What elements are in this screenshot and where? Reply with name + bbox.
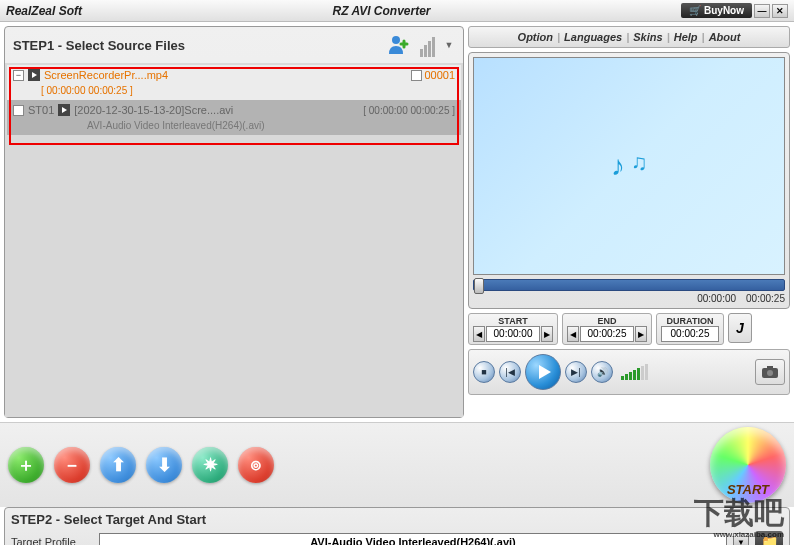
file-1-checkbox[interactable] [411,70,422,81]
close-button[interactable]: ✕ [772,4,788,18]
dropdown-arrow-icon[interactable]: ▼ [443,33,455,57]
snapshot-button[interactable] [755,359,785,385]
profile-settings-button[interactable]: 📁 [755,531,783,545]
end-decrease[interactable]: ◀ [567,326,579,342]
play-icon[interactable] [58,104,70,116]
mark-button[interactable]: J [728,313,752,343]
collapse-icon[interactable]: − [13,70,24,81]
end-label: END [597,316,616,326]
svg-point-3 [767,370,773,376]
volume-button[interactable]: 🔊 [591,361,613,383]
step-forward-button[interactable]: ▶| [565,361,587,383]
minimize-button[interactable]: — [754,4,770,18]
time-current: 00:00:00 [697,293,736,304]
file-1-number: 00001 [424,69,455,81]
buy-now-button[interactable]: 🛒 BuyNow [681,3,752,18]
file-row-1[interactable]: − ScreenRecorderPr....mp4 00001 [7,65,461,85]
file-2-format: AVI-Audio Video Interleaved(H264)(.avi) [7,120,461,135]
music-notes-icon: ♪♫ [611,150,648,182]
effects-button[interactable]: ⊚ [238,447,274,483]
end-value[interactable]: 00:00:25 [580,326,634,342]
step2-title: STEP2 - Select Target And Start [11,512,783,527]
start-decrease[interactable]: ◀ [473,326,485,342]
target-profile-value: AVI-Audio Video Interleaved(H264)(.avi) [310,536,516,545]
video-preview[interactable]: ♪♫ [473,57,785,275]
file-1-name: ScreenRecorderPr....mp4 [44,69,411,81]
seek-bar[interactable] [473,279,785,291]
duration-group: DURATION 00:00:25 [656,313,724,345]
start-increase[interactable]: ▶ [541,326,553,342]
end-increase[interactable]: ▶ [635,326,647,342]
playback-controls: ■ |◀ ▶| 🔊 [468,349,790,395]
source-files-panel: STEP1 - Select Source Files ▼ − ScreenRe… [4,26,464,418]
duration-label: DURATION [667,316,714,326]
start-value[interactable]: 00:00:00 [486,326,540,342]
target-profile-combo[interactable]: AVI-Audio Video Interleaved(H264)(.avi) [99,533,727,545]
menu-help[interactable]: Help [674,31,698,43]
move-down-button[interactable]: ⬇ [146,447,182,483]
add-people-icon[interactable] [387,33,411,57]
play-button[interactable] [525,354,561,390]
cart-icon: 🛒 [689,5,701,16]
duration-value: 00:00:25 [661,326,719,342]
step2-panel: STEP2 - Select Target And Start Target P… [4,507,790,545]
sort-icon[interactable] [415,33,439,57]
file-2-checkbox[interactable] [13,105,24,116]
file-1-range: [ 00:00:00 00:00:25 ] [7,85,461,100]
start-time-group: START ◀ 00:00:00 ▶ [468,313,558,345]
step-back-button[interactable]: |◀ [499,361,521,383]
settings-button[interactable]: ✷ [192,447,228,483]
svg-rect-2 [767,366,773,369]
menu-languages[interactable]: Languages [564,31,622,43]
start-label: START [498,316,527,326]
move-up-button[interactable]: ⬆ [100,447,136,483]
clip-range-row: START ◀ 00:00:00 ▶ END ◀ 00:00:25 ▶ DURA… [468,313,790,345]
start-label: START [727,482,769,497]
seek-thumb[interactable] [474,278,484,294]
volume-level[interactable] [621,364,648,380]
title-bar: RealZeal Soft RZ AVI Converter 🛒 BuyNow … [0,0,794,22]
menu-about[interactable]: About [709,31,741,43]
file-2-range: [ 00:00:00 00:00:25 ] [363,105,455,116]
time-total: 00:00:25 [746,293,785,304]
stop-button[interactable]: ■ [473,361,495,383]
action-buttons-row: ＋ － ⬆ ⬇ ✷ ⊚ START [0,422,794,507]
remove-button[interactable]: － [54,447,90,483]
app-title: RZ AVI Converter [82,4,681,18]
menu-option[interactable]: Option [518,31,553,43]
target-profile-label: Target Profile [11,536,93,545]
buy-now-label: BuyNow [704,5,744,16]
end-time-group: END ◀ 00:00:25 ▶ [562,313,652,345]
top-menu: Option| Languages| Skins| Help| About [468,26,790,48]
svg-point-0 [392,36,400,44]
add-button[interactable]: ＋ [8,447,44,483]
menu-skins[interactable]: Skins [633,31,662,43]
preview-panel: ♪♫ 00:00:00 00:00:25 [468,52,790,309]
brand-label: RealZeal Soft [6,4,82,18]
file-list: − ScreenRecorderPr....mp4 00001 [ 00:00:… [5,63,463,417]
start-button[interactable]: START [710,427,786,503]
file-2-prefix: ST01 [28,104,54,116]
step1-title: STEP1 - Select Source Files [13,38,387,53]
profile-dropdown-icon[interactable]: ▼ [733,533,749,545]
file-row-2[interactable]: ST01 [2020-12-30-15-13-20]Scre....avi [ … [7,100,461,120]
play-icon[interactable] [28,69,40,81]
file-2-name: [2020-12-30-15-13-20]Scre....avi [74,104,363,116]
